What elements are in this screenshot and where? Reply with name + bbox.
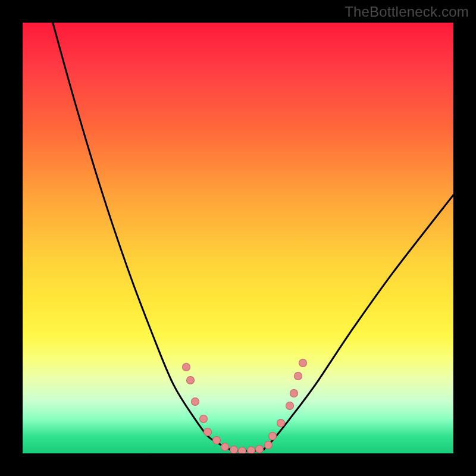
data-marker (230, 446, 238, 453)
chart-plot-area (23, 23, 453, 453)
data-marker (264, 441, 273, 449)
data-marker (255, 445, 264, 453)
bottleneck-curve (23, 23, 453, 453)
data-marker (290, 389, 298, 397)
watermark-text: TheBottleneck.com (345, 4, 469, 20)
curve-line (53, 23, 453, 451)
data-marker (268, 432, 277, 440)
chart-frame: TheBottleneck.com (0, 0, 476, 476)
data-marker (247, 446, 255, 453)
data-marker (299, 359, 307, 367)
data-marker (294, 372, 302, 380)
data-marker (212, 436, 221, 444)
data-marker (191, 397, 199, 406)
data-marker (238, 447, 246, 453)
